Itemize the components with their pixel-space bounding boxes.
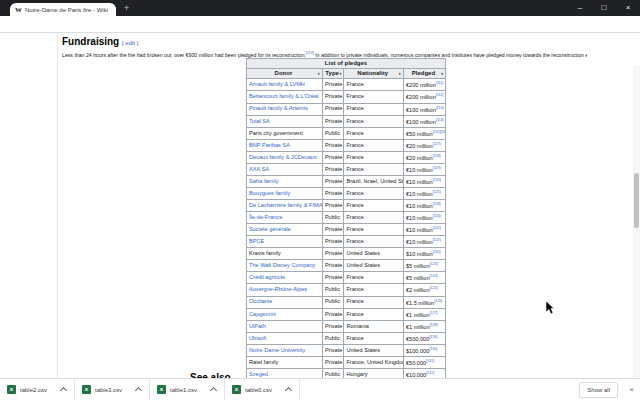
donor-link[interactable]: De Lacharrière family & FIMALAC	[249, 202, 322, 208]
citation-ref[interactable]: [131]	[426, 359, 434, 363]
chevron-up-icon[interactable]	[135, 387, 142, 394]
table-row: UbisoftPublicFrance€500,000[129]	[247, 332, 446, 344]
download-item[interactable]: x table0.csv	[225, 379, 300, 400]
citation-ref[interactable]: [116]	[433, 214, 441, 218]
citation-ref[interactable]: [111]	[436, 81, 443, 85]
table-row: OccitaniePublicFrance€1.5 million[126]	[247, 296, 446, 308]
maximize-button[interactable]: □	[592, 0, 616, 16]
close-button[interactable]: ×	[616, 0, 640, 16]
citation-ref[interactable]: [120]	[433, 178, 441, 182]
donor-link[interactable]: The Walt Disney Company	[249, 262, 315, 268]
scrollbar-thumb[interactable]	[634, 173, 639, 228]
citation-ref[interactable]: [115][116]	[433, 130, 446, 134]
donor-link[interactable]: BNP Paribas SA	[249, 142, 290, 148]
citation-ref[interactable]: [119]	[433, 166, 441, 170]
donor-link[interactable]: Occitanie	[249, 298, 272, 304]
citation-ref[interactable]: [113]	[436, 106, 444, 110]
citation-ref[interactable]: [122]	[433, 226, 441, 230]
donor-link[interactable]: Total SA	[249, 118, 270, 124]
donor-cell: Notre Dame University	[247, 344, 323, 356]
donor-cell: Société générale	[247, 224, 323, 236]
type-cell: Private	[322, 139, 344, 151]
table-header-row: Donor ♦ Type ♦ Nationality ♦ Pledged ♦	[247, 69, 446, 79]
show-all-button[interactable]: Show all	[579, 382, 618, 398]
content-left-border	[57, 33, 58, 378]
column-header-donor[interactable]: Donor ♦	[247, 69, 323, 79]
sort-icon[interactable]: ♦	[399, 70, 401, 77]
donor-link[interactable]: Arnault family & LVMH	[249, 81, 305, 87]
donor-link[interactable]: Capgemini	[249, 311, 276, 317]
citation-ref[interactable]: [122]	[433, 238, 441, 242]
donor-link[interactable]: Bouygues family	[249, 190, 290, 196]
download-filename: table0.csv	[245, 387, 286, 393]
donor-link[interactable]: Decaux family & JCDecaux	[249, 154, 317, 160]
citation-ref[interactable]: [117]	[433, 142, 441, 146]
download-item[interactable]: x table3.csv	[75, 379, 150, 400]
chevron-up-icon[interactable]	[210, 387, 217, 394]
citation-ref[interactable]: [125]	[430, 286, 438, 290]
download-item[interactable]: x table2.csv	[0, 379, 75, 400]
donor-link[interactable]: Société générale	[249, 226, 291, 232]
donor-link[interactable]: Crédit agricole	[249, 274, 285, 280]
column-header-pledged[interactable]: Pledged ♦	[403, 69, 445, 79]
pledged-cell: €10 million[118]	[403, 200, 445, 212]
sort-icon[interactable]: ♦	[318, 70, 320, 77]
citation-ref[interactable]: [110]	[433, 250, 441, 254]
column-header-type[interactable]: Type ♦	[322, 69, 344, 79]
citation-ref[interactable]: [126]	[434, 299, 442, 303]
citation-ref[interactable]: [118]	[433, 154, 441, 158]
downloads-close-icon[interactable]: ×	[629, 383, 634, 396]
donor-link[interactable]: Pinault family & Artémis	[249, 105, 308, 111]
pledged-cell: $10 million[110]	[403, 248, 445, 260]
type-cell: Public	[322, 332, 344, 344]
donor-link[interactable]: BPCE	[249, 238, 264, 244]
donor-link[interactable]: AXA SA	[249, 166, 269, 172]
minimize-button[interactable]: –	[568, 0, 592, 16]
browser-tab[interactable]: W Notre-Dame de Paris fire - Wiki	[10, 3, 116, 16]
table-row: BPCEPrivateFrance€10 million[122]	[247, 236, 446, 248]
citation-ref[interactable]: [128]	[430, 323, 438, 327]
type-cell: Private	[322, 320, 344, 332]
excel-file-icon: x	[232, 385, 241, 394]
chevron-up-icon[interactable]	[60, 387, 67, 394]
donor-link[interactable]: Notre Dame University	[249, 347, 305, 353]
table-row: De Lacharrière family & FIMALACPrivateFr…	[247, 200, 446, 212]
pledged-cell: €10 million[122]	[403, 224, 445, 236]
new-tab-button[interactable]: +	[124, 1, 129, 15]
sort-icon[interactable]: ♦	[441, 70, 443, 77]
type-cell: Private	[322, 79, 344, 91]
citation-ref[interactable]: [118]	[433, 202, 441, 206]
citation-ref[interactable]: [127]	[430, 311, 438, 315]
donor-link[interactable]: Szeged	[249, 371, 268, 377]
donor-link[interactable]: Safra family	[249, 178, 279, 184]
donor-link[interactable]: Ubisoft	[249, 335, 266, 341]
sort-icon[interactable]: ♦	[339, 70, 341, 77]
nationality-cell: France	[344, 103, 403, 115]
type-cell: Private	[322, 115, 344, 127]
donor-link[interactable]: Bettencourt family & L'Oréal	[249, 93, 318, 99]
citation-ref[interactable]: [132]	[426, 371, 434, 375]
tab-title: Notre-Dame de Paris fire - Wiki	[25, 7, 108, 13]
download-item[interactable]: x table1.csv	[150, 379, 225, 400]
citation-ref[interactable]: [121]	[433, 190, 441, 194]
donor-text: Paris city government	[249, 130, 303, 136]
donor-link[interactable]: Auvergne-Rhône-Alpes	[249, 286, 307, 292]
pledged-cell: €100 million[113]	[403, 103, 445, 115]
citation-ref[interactable]: [123]	[430, 262, 438, 266]
column-header-nationality[interactable]: Nationality ♦	[344, 69, 403, 79]
citation-ref[interactable]: [114]	[436, 118, 444, 122]
vertical-scrollbar[interactable]	[633, 66, 640, 400]
donor-link[interactable]: Île-de-France	[249, 214, 282, 220]
citation-ref[interactable]: [112]	[436, 93, 444, 97]
chevron-up-icon[interactable]	[285, 387, 292, 394]
pledged-cell: €200 million[111]	[403, 79, 445, 91]
citation-ref[interactable]: [130]	[429, 347, 437, 351]
nationality-cell: France	[344, 200, 403, 212]
donor-link[interactable]: UiPath	[249, 323, 266, 329]
edit-link[interactable]: [ edit ]	[122, 40, 138, 46]
citation-ref[interactable]: [129]	[429, 335, 437, 339]
donor-cell: AXA SA	[247, 163, 323, 175]
citation-ref[interactable]: [110]	[306, 51, 314, 55]
pledged-cell: €20 million[118]	[403, 151, 445, 163]
citation-ref[interactable]: [124]	[430, 274, 438, 278]
